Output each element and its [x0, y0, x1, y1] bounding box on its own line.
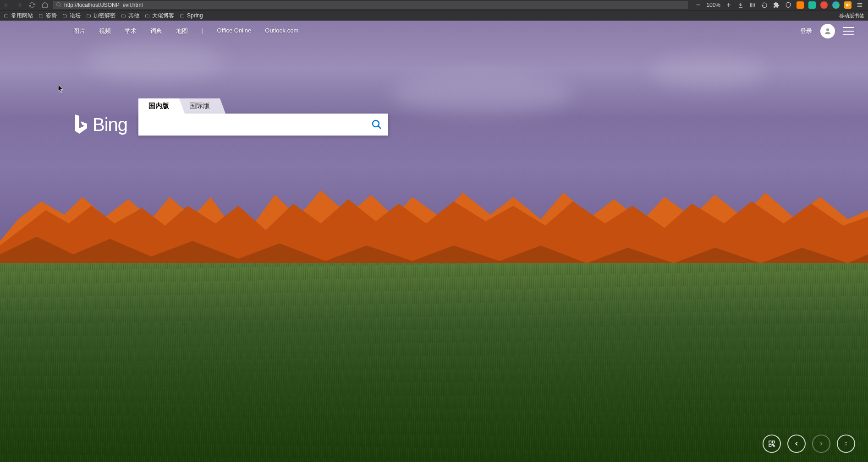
extensions-icon[interactable]	[773, 1, 780, 9]
mobile-bookmarks[interactable]: 移动版书签	[839, 12, 864, 19]
search-area: Bing 国内版 国际版	[73, 98, 388, 136]
search-button[interactable]	[365, 114, 388, 136]
bookmark-label: 常用网站	[11, 12, 33, 20]
next-image-button[interactable]	[812, 435, 830, 453]
avatar[interactable]	[820, 24, 835, 38]
nav-link-images[interactable]: 图片	[73, 27, 85, 35]
folder-icon: 🗀	[86, 12, 92, 19]
zoom-level: 100%	[706, 2, 720, 8]
hamburger-menu[interactable]	[843, 27, 854, 35]
nav-link-video[interactable]: 视频	[99, 27, 111, 35]
svg-point-8	[846, 442, 846, 443]
tab-domestic[interactable]: 国内版	[138, 98, 179, 114]
search-box	[138, 114, 388, 136]
login-link[interactable]: 登录	[800, 27, 812, 35]
zoom-in-icon[interactable]: +	[725, 1, 732, 9]
prev-image-button[interactable]	[787, 435, 806, 453]
svg-point-0	[57, 2, 60, 6]
folder-icon: 🗀	[180, 12, 185, 19]
svg-rect-4	[772, 441, 775, 443]
svg-rect-5	[769, 444, 771, 446]
bookmark-folder[interactable]: 🗀姿势	[38, 12, 57, 20]
downloads-icon[interactable]	[737, 1, 744, 9]
nav-link-dict[interactable]: 词典	[150, 27, 162, 35]
ext-icon-5[interactable]: IP	[844, 1, 852, 9]
ext-icon-2[interactable]	[808, 1, 816, 9]
bookmark-folder[interactable]: 🗀论坛	[62, 12, 81, 20]
page-content: 图片 视频 学术 词典 地图 | Office Online Outlook.c…	[0, 21, 868, 462]
folder-icon: 🗀	[38, 12, 44, 19]
undo-icon[interactable]	[761, 1, 768, 9]
background-image	[0, 21, 868, 462]
zoom-out-icon[interactable]: −	[694, 1, 702, 9]
bookmark-label: 论坛	[70, 12, 81, 20]
ext-icon-3[interactable]	[820, 1, 828, 9]
nav-link-academic[interactable]: 学术	[125, 27, 137, 35]
bookmark-label: 加密解密	[93, 12, 115, 20]
bookmark-folder[interactable]: 🗀大佬博客	[145, 12, 174, 20]
bookmark-label: 姿势	[46, 12, 57, 20]
svg-point-2	[373, 120, 379, 127]
ext-icon-4[interactable]	[832, 1, 840, 9]
bookmark-label: Spring	[187, 12, 203, 19]
nav-link-outlook[interactable]: Outlook.com	[265, 27, 298, 35]
menu-icon[interactable]	[856, 1, 863, 9]
bottom-right-controls	[763, 435, 855, 453]
svg-rect-7	[774, 446, 775, 446]
bookmark-label: 大佬博客	[152, 12, 174, 20]
ext-icon-1[interactable]	[797, 1, 804, 9]
url-bar[interactable]: http://localhost/JSONP_evil.html	[53, 1, 688, 9]
search-icon	[56, 2, 61, 9]
search-tabs: 国内版 国际版	[138, 98, 388, 114]
folder-icon: 🗀	[145, 12, 150, 19]
shield-icon[interactable]	[785, 1, 792, 9]
url-text: http://localhost/JSONP_evil.html	[64, 2, 143, 8]
nav-link-maps[interactable]: 地图	[176, 27, 188, 35]
search-input[interactable]	[138, 114, 365, 136]
folder-icon: 🗀	[62, 12, 68, 19]
svg-point-1	[826, 28, 829, 31]
nav-separator: |	[202, 27, 203, 35]
tab-international[interactable]: 国际版	[179, 98, 220, 114]
qr-button[interactable]	[763, 435, 781, 453]
folder-icon: 🗀	[121, 12, 126, 19]
bookmark-folder[interactable]: 🗀其他	[121, 12, 139, 20]
folder-icon: 🗀	[4, 12, 9, 19]
logo-text: Bing	[93, 114, 127, 135]
bookmark-folder[interactable]: 🗀加密解密	[86, 12, 115, 20]
bookmark-label: 其他	[128, 12, 139, 20]
bing-logo[interactable]: Bing	[73, 114, 127, 136]
info-button[interactable]	[837, 435, 855, 453]
bookmark-folder[interactable]: 🗀常用网站	[4, 12, 33, 20]
top-nav: 图片 视频 学术 词典 地图 | Office Online Outlook.c…	[0, 21, 868, 41]
back-button[interactable]	[2, 0, 11, 10]
svg-rect-6	[772, 444, 773, 445]
browser-toolbar: http://localhost/JSONP_evil.html − 100% …	[0, 0, 868, 10]
home-button[interactable]	[40, 0, 49, 10]
svg-rect-3	[769, 441, 771, 443]
forward-button[interactable]	[15, 0, 24, 10]
reload-button[interactable]	[27, 0, 37, 10]
nav-link-office[interactable]: Office Online	[217, 27, 251, 35]
library-icon[interactable]	[749, 1, 756, 9]
bookmark-folder[interactable]: 🗀Spring	[180, 12, 203, 19]
toolbar-right: − 100% + IP	[692, 1, 866, 9]
bookmarks-bar: 🗀常用网站 🗀姿势 🗀论坛 🗀加密解密 🗀其他 🗀大佬博客 🗀Spring 移动…	[0, 10, 868, 21]
